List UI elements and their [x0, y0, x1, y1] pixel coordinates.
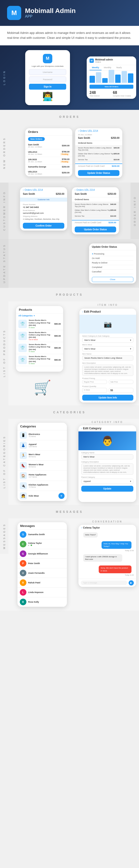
order-customer: Sam Smith — [78, 137, 90, 139]
confirm-order-button[interactable]: Confirm Order — [23, 223, 64, 229]
update-item-button[interactable]: Update Item Info — [82, 395, 133, 401]
status-cancelled[interactable]: Cancelled — [92, 270, 133, 274]
product-image-placeholder: 📷 — [79, 315, 136, 334]
product-name-input[interactable]: Seven Rocks Men's Cotton Long Sleeve — [82, 355, 133, 361]
order-info-amount: $250.00 — [108, 193, 116, 195]
send-button[interactable]: ▶ — [129, 580, 134, 586]
avatar-linda: L — [20, 589, 26, 596]
shipping-value: 1 Usting Ave, Dordham, Berkshire, Bus 4X… — [23, 218, 64, 220]
new-orders-tab[interactable]: New Orders — [28, 137, 45, 141]
sale-price-box[interactable]: Sale Price — [109, 380, 134, 384]
category-filter[interactable]: All Categories ▾ — [16, 314, 63, 318]
message-input[interactable]: Type a message... — [81, 581, 127, 585]
list-item[interactable]: L Linda Hopeson — [18, 588, 67, 597]
list-of-products-label: LIST OF PRODUCTS — [0, 301, 8, 405]
list-item[interactable]: P Peter Smith — [18, 559, 67, 568]
table-row: UDL2214 20 Jun, 11:30am $250.00 — [25, 169, 72, 177]
conversation-back[interactable]: ‹ Celena Taylor — [79, 525, 136, 530]
status-completed[interactable]: Completed — [92, 265, 133, 270]
category-select[interactable]: Men's Wear ▾ — [82, 338, 133, 343]
customer-back-button[interactable]: ‹ Orders UDL 2214 — [20, 187, 67, 193]
customer-amount: $250.00 — [56, 193, 64, 195]
list-item[interactable]: S Samantha Smith — [18, 530, 67, 539]
list-item[interactable]: 👕 Seven Rocks Men's Cotton Long Sleeve T… — [16, 330, 63, 342]
tab-yearly[interactable]: Yearly — [114, 65, 124, 70]
online-indicator — [31, 545, 32, 546]
update-status-button[interactable]: Update Order Status — [75, 226, 116, 232]
home-appliances-icon: 🏠 — [20, 472, 27, 479]
list-item[interactable]: 👗 Apparel 126 Items — [18, 440, 67, 451]
parent-category-select[interactable]: Apparel ▾ — [81, 479, 133, 484]
cart-illustration: 🛒 — [11, 374, 74, 401]
update-order-button[interactable]: Update Order Status — [78, 170, 119, 176]
list-item[interactable]: 👕 Seven Rocks Men's Cotton Long Sleeve T… — [16, 318, 63, 330]
regular-price-box[interactable]: Regular Price — [82, 380, 107, 384]
list-item: Gildan Star Men's Cotton Long Sleeve Top… — [78, 152, 119, 158]
order-info-items: Seven Rocks Men's Cotton Long Sleeve Top… — [72, 202, 119, 219]
edit-category-back[interactable]: ‹ Edit Category — [79, 425, 136, 431]
quantity-box[interactable]: 55 — [109, 388, 134, 393]
view-all-button[interactable]: View All Orders — [89, 85, 133, 89]
message-received: Hello There? — [83, 532, 98, 537]
status-processing[interactable]: ● Processing — [92, 252, 133, 256]
add-category-button[interactable]: + — [58, 493, 64, 499]
password-field[interactable]: Password — [29, 76, 66, 82]
order-date: 20 Jun, 11:30am — [75, 134, 122, 137]
in-stock-box[interactable]: In Stock — [82, 388, 107, 393]
list-item[interactable]: 👠 Women's Wear 64 Items — [18, 461, 67, 471]
tab-monthly[interactable]: Monthly — [102, 65, 114, 70]
list-item[interactable]: R Rose Kelly — [18, 597, 67, 607]
ordered-items-header: Ordered Items — [72, 197, 119, 202]
bar-5 — [115, 74, 121, 83]
list-item[interactable]: U Usain Fernandis — [18, 568, 67, 578]
update-category-button[interactable]: Update — [81, 486, 133, 492]
customer-info-tab[interactable]: Customer Info — [20, 197, 67, 202]
cat-desc-input[interactable]: Lorem dolor sit amet, consectetur adipis… — [81, 463, 133, 475]
description-input[interactable]: Lorem dolor sit amet, consectetur adipis… — [82, 365, 133, 376]
email-label: Email Address — [23, 209, 64, 212]
login-section-label: LOGIN — [3, 70, 6, 85]
login-phone: M Login with your Wordpress credentials … — [25, 50, 70, 105]
bar-7 — [128, 73, 133, 83]
list-item[interactable]: 👧 Kids Wear + — [18, 491, 67, 501]
username-field[interactable]: Username — [29, 69, 66, 75]
avatar-usain: U — [20, 570, 26, 576]
update-status-phone: Update Order Status ● Processing On Hold… — [89, 244, 136, 283]
table-row: Samantha George $250.00 — [25, 164, 72, 169]
list-item[interactable]: 👕 Seven Rocks Men's Cotton Long Sleeve T… — [16, 354, 63, 366]
categories-section: LIST OF CATEGORIES Categories 📱 Electron… — [0, 419, 139, 505]
pricing-label: Product Pricing — [82, 377, 133, 379]
avatar-peter: P — [20, 560, 26, 567]
order-info-back[interactable]: ‹ Orders UDL 2214 — [72, 187, 119, 193]
list-item[interactable]: 📱 Electronics 72 Items — [18, 430, 67, 440]
list-item[interactable]: 👕 Seven Rocks Men's Cotton Long Sleeve T… — [16, 342, 63, 354]
app-header: M Mobimall Admin APP — [0, 0, 139, 26]
back-button[interactable]: ‹ Orders UDL 2214 — [75, 128, 122, 134]
list-item[interactable]: C Celena Taylor ● — [18, 539, 67, 549]
order-info-phone: ‹ Orders UDL 2214 Sam Smith $250.00 Orde… — [72, 187, 119, 234]
product-thumbnail: 👕 — [18, 356, 27, 364]
mens-wear-select[interactable]: Men's Wear ▾ — [82, 346, 133, 351]
stats-row: 248 Total Ordered 68 Complete Order Crea… — [87, 91, 136, 99]
tab-weekly[interactable]: Weekly — [89, 65, 102, 70]
list-item[interactable]: 🔌 Kitchen Appliances 72 Items — [18, 481, 67, 491]
status-ready[interactable]: Ready to Deliver — [92, 260, 133, 265]
status-on-hold[interactable]: On Hold — [92, 256, 133, 260]
dashboard-header: M Mobimall admin Orders — [87, 57, 136, 65]
list-item[interactable]: 🏠 Home Appliances 117 Items — [18, 471, 67, 481]
close-button[interactable]: Close — [92, 277, 133, 282]
signin-button[interactable]: Sign In — [29, 84, 66, 90]
quantity-label: Product Quantity — [82, 385, 133, 388]
edit-product-back[interactable]: ‹ Edit Product — [79, 309, 136, 315]
list-item[interactable]: 🏃 Men's Wear 98 Items — [18, 451, 67, 461]
list-item[interactable]: R Rahuk Patel — [18, 578, 67, 588]
cat-desc-label: Category Description — [81, 461, 133, 463]
update-status-section: UPDATE STATUS Update Order Status ● Proc… — [0, 239, 139, 288]
list-item[interactable]: G Georgia Williamson — [18, 549, 67, 559]
categories-title: Categories — [18, 423, 67, 430]
messages-list-phone: Messages S Samantha Smith C Celena Taylo… — [18, 522, 67, 607]
ordered-items-label: Ordered Items — [75, 141, 122, 145]
new-orders-label: NEW ORDERS — [0, 124, 8, 183]
message-error: Sorry, We don't have the product in stoc… — [99, 565, 132, 573]
cat-name-input[interactable]: Men's Wear — [81, 454, 133, 459]
